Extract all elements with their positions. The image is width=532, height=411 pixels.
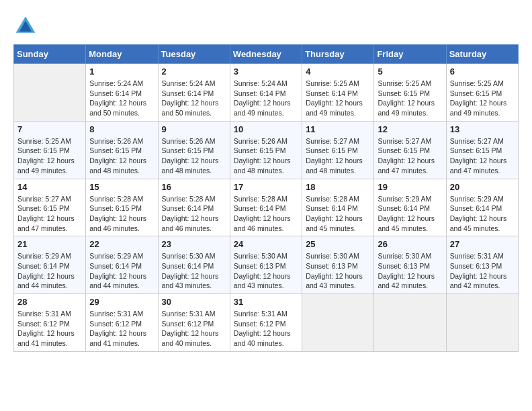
calendar-cell (446, 294, 518, 352)
day-number: 6 (450, 66, 515, 77)
day-number: 10 (234, 124, 298, 134)
day-info: Sunrise: 5:24 AMSunset: 6:14 PMDaylight:… (234, 79, 298, 118)
day-number: 14 (17, 182, 82, 192)
calendar-cell (374, 294, 446, 352)
day-info: Sunrise: 5:31 AMSunset: 6:13 PMDaylight:… (450, 251, 515, 291)
day-number: 19 (378, 182, 442, 192)
day-header-wednesday: Wednesday (230, 45, 302, 64)
day-header-monday: Monday (86, 45, 158, 64)
day-number: 7 (17, 124, 82, 134)
calendar-cell: 4Sunrise: 5:25 AMSunset: 6:14 PMDaylight… (302, 64, 374, 122)
day-number: 4 (306, 66, 370, 77)
day-number: 29 (89, 297, 154, 307)
calendar-cell: 14Sunrise: 5:27 AMSunset: 6:15 PMDayligh… (14, 179, 86, 236)
day-info: Sunrise: 5:31 AMSunset: 6:12 PMDaylight:… (162, 309, 226, 349)
day-info: Sunrise: 5:30 AMSunset: 6:13 PMDaylight:… (306, 251, 370, 291)
week-row-1: 1Sunrise: 5:24 AMSunset: 6:14 PMDaylight… (14, 64, 519, 122)
calendar-cell: 30Sunrise: 5:31 AMSunset: 6:12 PMDayligh… (158, 294, 230, 352)
day-number: 8 (89, 124, 154, 134)
week-row-4: 21Sunrise: 5:29 AMSunset: 6:14 PMDayligh… (14, 236, 519, 294)
logo (13, 13, 42, 38)
calendar-cell: 27Sunrise: 5:31 AMSunset: 6:13 PMDayligh… (446, 236, 518, 294)
calendar-cell: 23Sunrise: 5:30 AMSunset: 6:14 PMDayligh… (158, 236, 230, 294)
day-info: Sunrise: 5:24 AMSunset: 6:14 PMDaylight:… (89, 79, 154, 118)
day-info: Sunrise: 5:26 AMSunset: 6:15 PMDaylight:… (162, 136, 226, 176)
calendar-cell: 21Sunrise: 5:29 AMSunset: 6:14 PMDayligh… (14, 236, 86, 294)
calendar-cell (14, 64, 86, 122)
calendar-cell: 15Sunrise: 5:28 AMSunset: 6:15 PMDayligh… (86, 179, 158, 236)
day-info: Sunrise: 5:29 AMSunset: 6:14 PMDaylight:… (89, 251, 154, 291)
day-number: 9 (162, 124, 226, 134)
day-number: 31 (234, 297, 298, 307)
day-number: 17 (234, 182, 298, 192)
week-row-2: 7Sunrise: 5:25 AMSunset: 6:15 PMDaylight… (14, 121, 519, 179)
calendar-cell: 3Sunrise: 5:24 AMSunset: 6:14 PMDaylight… (230, 64, 302, 122)
calendar-cell: 20Sunrise: 5:29 AMSunset: 6:14 PMDayligh… (446, 179, 518, 236)
day-info: Sunrise: 5:27 AMSunset: 6:15 PMDaylight:… (450, 136, 515, 176)
day-number: 30 (162, 297, 226, 307)
calendar-cell: 19Sunrise: 5:29 AMSunset: 6:14 PMDayligh… (374, 179, 446, 236)
day-info: Sunrise: 5:30 AMSunset: 6:14 PMDaylight:… (162, 251, 226, 291)
day-number: 15 (89, 182, 154, 192)
day-number: 16 (162, 182, 226, 192)
day-info: Sunrise: 5:31 AMSunset: 6:12 PMDaylight:… (89, 309, 154, 349)
day-info: Sunrise: 5:31 AMSunset: 6:12 PMDaylight:… (234, 309, 298, 349)
logo-icon (13, 13, 38, 38)
day-number: 26 (378, 239, 442, 249)
day-number: 21 (17, 239, 82, 249)
day-number: 23 (162, 239, 226, 249)
day-number: 28 (17, 297, 82, 307)
week-row-3: 14Sunrise: 5:27 AMSunset: 6:15 PMDayligh… (14, 179, 519, 236)
calendar-cell: 26Sunrise: 5:30 AMSunset: 6:13 PMDayligh… (374, 236, 446, 294)
week-row-5: 28Sunrise: 5:31 AMSunset: 6:12 PMDayligh… (14, 294, 519, 352)
calendar-cell: 7Sunrise: 5:25 AMSunset: 6:15 PMDaylight… (14, 121, 86, 179)
day-number: 2 (162, 66, 226, 77)
day-info: Sunrise: 5:28 AMSunset: 6:14 PMDaylight:… (234, 194, 298, 234)
day-number: 1 (89, 66, 154, 77)
calendar-cell: 24Sunrise: 5:30 AMSunset: 6:13 PMDayligh… (230, 236, 302, 294)
day-header-friday: Friday (374, 45, 446, 64)
calendar-cell: 11Sunrise: 5:27 AMSunset: 6:15 PMDayligh… (302, 121, 374, 179)
day-header-thursday: Thursday (302, 45, 374, 64)
day-number: 20 (450, 182, 515, 192)
calendar-cell: 29Sunrise: 5:31 AMSunset: 6:12 PMDayligh… (86, 294, 158, 352)
calendar-cell: 2Sunrise: 5:24 AMSunset: 6:14 PMDaylight… (158, 64, 230, 122)
day-info: Sunrise: 5:26 AMSunset: 6:15 PMDaylight:… (234, 136, 298, 176)
day-info: Sunrise: 5:29 AMSunset: 6:14 PMDaylight:… (378, 194, 442, 234)
calendar-cell: 22Sunrise: 5:29 AMSunset: 6:14 PMDayligh… (86, 236, 158, 294)
day-info: Sunrise: 5:25 AMSunset: 6:15 PMDaylight:… (450, 79, 515, 118)
day-number: 22 (89, 239, 154, 249)
calendar-cell: 12Sunrise: 5:27 AMSunset: 6:15 PMDayligh… (374, 121, 446, 179)
calendar-cell: 6Sunrise: 5:25 AMSunset: 6:15 PMDaylight… (446, 64, 518, 122)
day-number: 27 (450, 239, 515, 249)
day-info: Sunrise: 5:25 AMSunset: 6:14 PMDaylight:… (306, 79, 370, 118)
day-info: Sunrise: 5:30 AMSunset: 6:13 PMDaylight:… (378, 251, 442, 291)
calendar-cell: 25Sunrise: 5:30 AMSunset: 6:13 PMDayligh… (302, 236, 374, 294)
day-info: Sunrise: 5:28 AMSunset: 6:14 PMDaylight:… (162, 194, 226, 234)
day-header-sunday: Sunday (14, 45, 86, 64)
day-number: 24 (234, 239, 298, 249)
calendar-cell: 28Sunrise: 5:31 AMSunset: 6:12 PMDayligh… (14, 294, 86, 352)
day-info: Sunrise: 5:30 AMSunset: 6:13 PMDaylight:… (234, 251, 298, 291)
calendar-cell: 1Sunrise: 5:24 AMSunset: 6:14 PMDaylight… (86, 64, 158, 122)
day-number: 11 (306, 124, 370, 134)
day-header-saturday: Saturday (446, 45, 518, 64)
day-info: Sunrise: 5:26 AMSunset: 6:15 PMDaylight:… (89, 136, 154, 176)
day-header-tuesday: Tuesday (158, 45, 230, 64)
day-info: Sunrise: 5:27 AMSunset: 6:15 PMDaylight:… (306, 136, 370, 176)
calendar-table: SundayMondayTuesdayWednesdayThursdayFrid… (13, 44, 519, 352)
day-info: Sunrise: 5:29 AMSunset: 6:14 PMDaylight:… (450, 194, 515, 234)
calendar-cell: 13Sunrise: 5:27 AMSunset: 6:15 PMDayligh… (446, 121, 518, 179)
day-info: Sunrise: 5:25 AMSunset: 6:15 PMDaylight:… (378, 79, 442, 118)
day-number: 5 (378, 66, 442, 77)
calendar-cell: 16Sunrise: 5:28 AMSunset: 6:14 PMDayligh… (158, 179, 230, 236)
day-info: Sunrise: 5:25 AMSunset: 6:15 PMDaylight:… (17, 136, 82, 176)
day-number: 12 (378, 124, 442, 134)
day-number: 13 (450, 124, 515, 134)
calendar-cell (302, 294, 374, 352)
calendar-cell: 5Sunrise: 5:25 AMSunset: 6:15 PMDaylight… (374, 64, 446, 122)
day-info: Sunrise: 5:27 AMSunset: 6:15 PMDaylight:… (378, 136, 442, 176)
calendar-cell: 8Sunrise: 5:26 AMSunset: 6:15 PMDaylight… (86, 121, 158, 179)
header-row: SundayMondayTuesdayWednesdayThursdayFrid… (14, 45, 519, 64)
day-info: Sunrise: 5:28 AMSunset: 6:15 PMDaylight:… (89, 194, 154, 234)
